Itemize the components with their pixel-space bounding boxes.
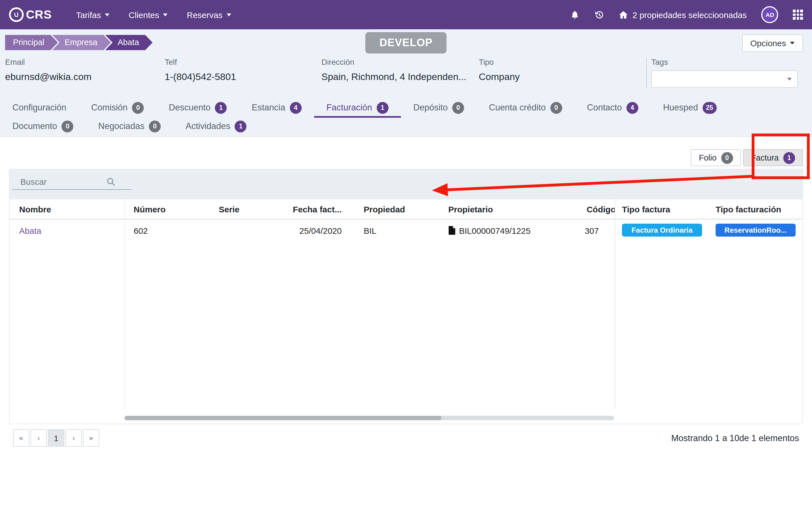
options-button[interactable]: Opciones: [742, 34, 803, 52]
type-label: Tipo: [479, 57, 646, 66]
search-icon[interactable]: [106, 177, 116, 186]
nav-menu-clientes[interactable]: Clientes: [119, 0, 177, 29]
apps-grid-icon[interactable]: [793, 10, 803, 20]
tab-count-badge: 0: [550, 102, 562, 114]
pagination: « ‹ 1 › »: [13, 429, 99, 447]
chevron-down-icon: [790, 42, 795, 45]
tab-count-badge: 1: [215, 102, 227, 114]
address-value: Spain, Richmond, 4 Independen...: [321, 71, 479, 83]
field-address: Dirección Spain, Richmond, 4 Independen.…: [321, 57, 479, 88]
address-label: Dirección: [321, 57, 479, 66]
app-root: U CRS Tarifas Clientes Reservas 2 propie…: [0, 0, 812, 507]
row-nombre-link[interactable]: Abata: [19, 226, 41, 235]
tab-count-badge: 1: [377, 102, 389, 114]
factura-table-card: Nombre Abata Número Serie Fecha fact... …: [9, 169, 803, 424]
tags-select[interactable]: [651, 70, 798, 88]
pagination-first-button[interactable]: «: [13, 429, 29, 447]
breadcrumb: Principal Empresa Abata: [5, 35, 153, 50]
tab-cuenta-credito[interactable]: Cuenta crédito0: [476, 99, 574, 118]
column-header-tipo-factura: Tipo factura: [622, 200, 670, 219]
column-header-propiedad: Propiedad: [364, 200, 405, 219]
table-row-middle: 602 25/04/2020 BIL BIL00000749/1225 307: [125, 220, 615, 241]
table-row: Abata: [10, 220, 124, 241]
row-propiedad: BIL: [364, 220, 376, 241]
selected-properties-label: 2 propiedades seleccioonadas: [632, 10, 747, 19]
tags-label: Tags: [651, 57, 794, 66]
tab-count-badge: 0: [452, 102, 464, 114]
nav-menu-tarifas[interactable]: Tarifas: [66, 0, 119, 29]
tab-count-badge: 4: [290, 102, 302, 114]
tab-deposito[interactable]: Depósito0: [401, 99, 476, 118]
chevron-down-icon: [163, 13, 167, 16]
top-navbar: U CRS Tarifas Clientes Reservas 2 propie…: [0, 0, 812, 29]
tab-facturacion[interactable]: Facturación1: [314, 99, 401, 118]
entity-tabs: Configuración Comisión0 Descuento1 Estan…: [0, 97, 812, 137]
app-logo[interactable]: U CRS: [9, 7, 52, 22]
factura-tab-button[interactable]: Factura1: [743, 149, 803, 166]
tipo-facturacion-badge: ReservationRoo...: [716, 224, 796, 237]
field-phone: Telf 1-(804)542-5801: [165, 57, 321, 88]
pagination-next-button[interactable]: ›: [65, 429, 82, 447]
home-icon: [618, 10, 628, 19]
tab-configuracion[interactable]: Configuración: [0, 99, 79, 118]
chevron-down-icon: [787, 78, 792, 80]
search-input[interactable]: [19, 176, 106, 187]
column-header-serie: Serie: [219, 200, 239, 219]
column-header-nombre: Nombre: [19, 200, 51, 219]
factura-count-badge: 1: [783, 152, 795, 164]
history-icon[interactable]: [594, 10, 604, 19]
pagination-page-1-button[interactable]: 1: [48, 429, 64, 447]
breadcrumb-abata[interactable]: Abata: [105, 35, 153, 50]
field-tags: Tags: [646, 57, 794, 88]
notifications-bell-icon[interactable]: [570, 10, 579, 19]
breadcrumb-principal[interactable]: Principal: [5, 35, 58, 50]
email-value: eburnsd@wikia.com: [5, 71, 165, 83]
column-header-codigo: Código: [576, 200, 615, 219]
search-input-wrapper: [12, 176, 132, 190]
logo-text: CRS: [26, 8, 52, 21]
tab-count-badge: 4: [626, 102, 638, 114]
row-numero: 602: [134, 220, 148, 241]
tab-actividades[interactable]: Actividades1: [173, 118, 259, 136]
pagination-last-button[interactable]: »: [83, 429, 99, 447]
document-icon: [448, 226, 456, 235]
tab-count-badge: 0: [62, 120, 73, 132]
column-header-fecha-factura: Fecha fact...: [291, 200, 342, 219]
nav-menu-reservas[interactable]: Reservas: [177, 0, 241, 29]
type-value: Company: [479, 71, 646, 83]
row-propietario: BIL00000749/1225: [448, 220, 530, 241]
column-header-propietario: Propietario: [448, 200, 493, 219]
field-email: Email eburnsd@wikia.com: [5, 57, 165, 88]
column-header-numero: Número: [134, 200, 165, 219]
tab-comision[interactable]: Comisión0: [79, 99, 156, 118]
tab-negociadas[interactable]: Negociadas0: [86, 118, 173, 136]
page-header: Principal Empresa Abata DEVELOP Opciones…: [0, 29, 812, 97]
tab-count-badge: 0: [149, 120, 161, 132]
folio-factura-switch: Folio0 Factura1: [691, 149, 803, 166]
tab-content: Folio0 Factura1 Nombre: [0, 137, 812, 447]
table-toolbar: [10, 170, 802, 200]
avatar[interactable]: AD: [761, 6, 778, 23]
chevron-down-icon: [105, 13, 109, 16]
horizontal-scrollbar[interactable]: [124, 416, 614, 420]
tab-descuento[interactable]: Descuento1: [156, 99, 239, 118]
factura-table: Nombre Abata Número Serie Fecha fact... …: [10, 200, 802, 424]
client-info-row: Email eburnsd@wikia.com Telf 1-(804)542-…: [0, 56, 812, 96]
scrollbar-thumb[interactable]: [124, 416, 442, 420]
folio-count-badge: 0: [721, 152, 733, 164]
tab-count-badge: 0: [132, 102, 144, 114]
row-fecha-factura: 25/04/2020: [291, 220, 342, 241]
pagination-previous-button[interactable]: ‹: [31, 429, 47, 447]
breadcrumb-empresa[interactable]: Empresa: [52, 35, 111, 50]
main-menu: Tarifas Clientes Reservas: [66, 0, 241, 29]
folio-tab-button[interactable]: Folio0: [691, 149, 741, 166]
tab-estancia[interactable]: Estancia4: [239, 99, 314, 118]
results-summary: Mostrando 1 a 10de 1 elementos: [671, 433, 799, 443]
tab-documento[interactable]: Documento0: [0, 118, 86, 136]
tab-count-badge: 25: [703, 102, 717, 114]
tab-huesped[interactable]: Huesped25: [651, 99, 729, 118]
tab-contacto[interactable]: Contacto4: [574, 99, 651, 118]
selected-properties[interactable]: 2 propiedades seleccioonadas: [618, 10, 747, 19]
phone-value: 1-(804)542-5801: [165, 71, 321, 83]
tipo-factura-badge: Factura Ordinaria: [622, 224, 702, 237]
